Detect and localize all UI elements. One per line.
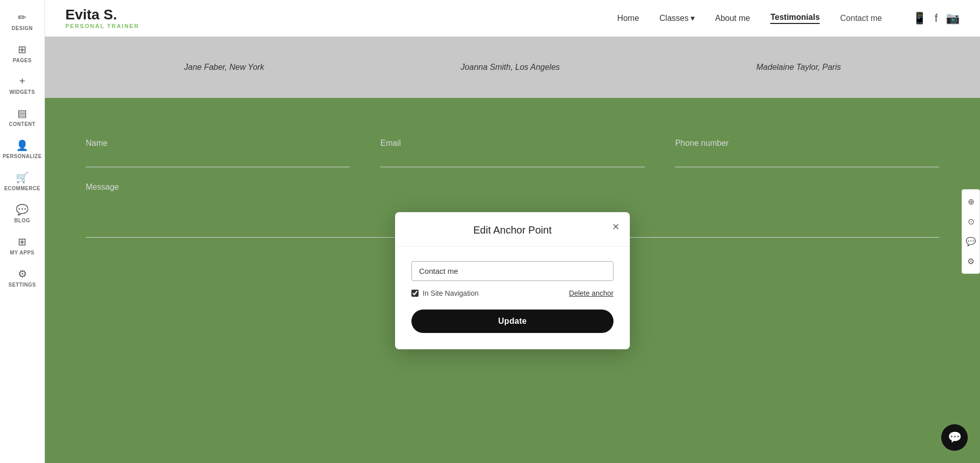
modal-options-row: In Site Navigation Delete anchor <box>411 289 614 297</box>
design-icon: ✏ <box>18 11 27 23</box>
edit-anchor-modal: Edit Anchor Point ✕ In Site Navigation D… <box>395 212 630 349</box>
chat-icon: 💬 <box>948 431 962 444</box>
dropdown-chevron-icon: ▾ <box>691 13 695 23</box>
modal-backdrop: Edit Anchor Point ✕ In Site Navigation D… <box>45 98 980 463</box>
social-icons: 📱 f 📷 <box>913 12 960 25</box>
main-content: Evita S. PERSONAL TRAINER Home Classes ▾… <box>45 0 980 463</box>
modal-close-button[interactable]: ✕ <box>612 222 620 232</box>
update-button[interactable]: Update <box>411 310 614 333</box>
sidebar: ✏ DESIGN ⊞ PAGES + WIDGETS ▤ CONTENT 👤 P… <box>0 0 45 463</box>
site-navigation-checkbox[interactable] <box>411 290 419 297</box>
brand-subtitle: PERSONAL TRAINER <box>65 23 139 29</box>
modal-header: Edit Anchor Point ✕ <box>395 212 630 247</box>
chat-bubble[interactable]: 💬 <box>941 424 968 451</box>
personalize-icon: 👤 <box>16 139 29 151</box>
testimonials-section: Jane Faber, New York Joanna Smith, Los A… <box>45 37 980 98</box>
nav-link-testimonials[interactable]: Testimonials <box>770 13 820 24</box>
pages-icon: ⊞ <box>18 43 27 56</box>
site-navigation-checkbox-label[interactable]: In Site Navigation <box>411 289 479 297</box>
anchor-name-input[interactable] <box>411 261 614 281</box>
content-icon: ▤ <box>17 107 27 119</box>
testimonial-author-1: Jane Faber, New York <box>184 63 264 72</box>
sidebar-item-blog[interactable]: 💬 BLOG <box>0 197 44 229</box>
modal-body: In Site Navigation Delete anchor Update <box>395 247 630 349</box>
facebook-icon[interactable]: f <box>935 12 938 25</box>
sidebar-item-ecommerce[interactable]: 🛒 ECOMMERCE <box>0 165 44 197</box>
nav-links: Home Classes ▾ About me Testimonials Con… <box>617 13 882 24</box>
sidebar-item-content[interactable]: ▤ CONTENT <box>0 101 44 133</box>
nav-link-classes[interactable]: Classes ▾ <box>659 13 695 23</box>
modal-title: Edit Anchor Point <box>473 224 551 236</box>
brand-block: Evita S. PERSONAL TRAINER <box>65 7 139 29</box>
sidebar-item-personalize[interactable]: 👤 PERSONALIZE <box>0 133 44 165</box>
testimonials-row: Jane Faber, New York Joanna Smith, Los A… <box>45 63 980 72</box>
settings-icon: ⚙ <box>18 268 27 280</box>
nav-link-about[interactable]: About me <box>715 14 750 23</box>
sidebar-item-design[interactable]: ✏ DESIGN <box>0 5 44 37</box>
ecommerce-icon: 🛒 <box>16 171 29 184</box>
nav-link-contact[interactable]: Contact me <box>840 14 882 23</box>
nav-link-home[interactable]: Home <box>617 14 639 23</box>
sidebar-item-my-apps[interactable]: ⊞ MY APPS <box>0 229 44 262</box>
instagram-icon[interactable]: 📷 <box>946 12 960 25</box>
sidebar-item-widgets[interactable]: + WIDGETS <box>0 69 44 101</box>
whatsapp-icon[interactable]: 📱 <box>913 12 926 25</box>
blog-icon: 💬 <box>16 203 29 216</box>
sidebar-item-settings[interactable]: ⚙ SETTINGS <box>0 262 44 294</box>
navbar: Evita S. PERSONAL TRAINER Home Classes ▾… <box>45 0 980 37</box>
sidebar-item-pages[interactable]: ⊞ PAGES <box>0 37 44 69</box>
testimonial-author-3: Madelaine Taylor, Paris <box>756 63 841 72</box>
contact-section: Name Email Phone number Message Send Mes… <box>45 98 980 463</box>
delete-anchor-link[interactable]: Delete anchor <box>569 289 614 297</box>
widgets-icon: + <box>19 75 26 87</box>
testimonial-author-2: Joanna Smith, Los Angeles <box>461 63 560 72</box>
checkbox-label-text: In Site Navigation <box>423 289 479 297</box>
my-apps-icon: ⊞ <box>18 236 27 248</box>
brand-name: Evita S. <box>65 7 139 23</box>
